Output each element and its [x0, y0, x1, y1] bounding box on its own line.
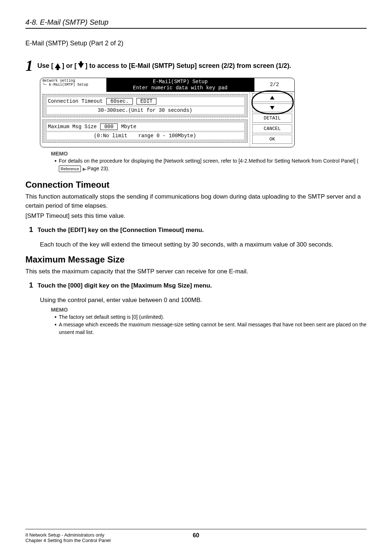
ref-arrows-icon: ▮▸▹ [82, 167, 86, 171]
panel-side: DETAIL CANCEL OK [250, 92, 294, 147]
step-1-row: 1 Use [ ] or [ ] to access to [E-Mail (S… [25, 58, 367, 73]
edit-button[interactable]: EDIT [136, 98, 157, 105]
maxmsg-hint-left: (0:No limit [94, 133, 127, 139]
footer-left-1: II Network Setup - Administrators only [25, 532, 111, 538]
connection-timeout-group: Connection Timeout 60sec. EDIT 30-300sec… [42, 94, 248, 117]
panel-header: Network setting └─ E-Mail(SMTP) Setup E-… [40, 78, 294, 92]
scroll-up-button[interactable] [252, 93, 292, 102]
memo1-b: Page 23). [87, 166, 110, 171]
memo1-a: For details on the procedure for display… [59, 158, 359, 164]
conn-timeout-label: Connection Timeout [48, 98, 103, 104]
panel-header-title: E-Mail(SMTP) Setup Enter numeric data wi… [106, 78, 254, 92]
memo-2: The factory set default setting is [0] (… [54, 313, 367, 336]
maxmsg-hint-right: range 0 - 100Mbyte) [138, 133, 196, 139]
connection-step: 1 Touch the [EDIT] key on the [Connectio… [29, 225, 367, 234]
connection-step-body: Each touch of the key will extend the ti… [40, 240, 367, 249]
memo1-text: For details on the procedure for display… [59, 157, 367, 172]
subtitle: E-Mail (SMTP) Setup (Part 2 of 2) [25, 40, 367, 47]
bullet-icon [54, 313, 57, 321]
maxmsg-step-body: Using the control panel, enter value bet… [40, 296, 367, 305]
maxmsg-unit: Mbyte [121, 124, 136, 130]
arrow-down-icon [270, 106, 274, 110]
hdr-title-1: E-Mail(SMTP) Setup [108, 79, 253, 85]
memo-1: For details on the procedure for display… [54, 157, 367, 172]
maxmsg-heading: Maximum Message Size [25, 254, 367, 265]
maxmsg-step-num: 1 [29, 281, 33, 289]
scroll-down-button[interactable] [252, 103, 292, 112]
arrow-up-icon [55, 63, 61, 68]
step1-post: ] to access to [E-Mail (SMTP) Setup] scr… [85, 62, 291, 70]
hdr-left-line1: Network setting [42, 79, 104, 83]
arrow-down-icon [78, 63, 84, 68]
maxmsg-step: 1 Touch the [000] digit key on the [Maxi… [29, 281, 367, 289]
maxmsg-p1: This sets the maximum capacity that the … [25, 267, 367, 276]
panel-header-left: Network setting └─ E-Mail(SMTP) Setup [40, 78, 106, 92]
connection-p2: [SMTP Timeout] sets this time value. [25, 211, 367, 221]
step-1-text: Use [ ] or [ ] to access to [E-Mail (SMT… [37, 62, 291, 70]
memo-label-2: MEMO [51, 306, 367, 313]
memo2-b1: The factory set default setting is [0] (… [59, 313, 164, 321]
ok-button[interactable]: OK [252, 135, 292, 144]
hdr-title-2: Enter numeric data with key pad [108, 85, 253, 91]
step-number-1: 1 [25, 58, 33, 73]
bullet-icon [54, 321, 57, 336]
footer-left: II Network Setup - Administrators only C… [25, 532, 111, 543]
conn-timeout-value[interactable]: 60sec. [106, 98, 132, 105]
maxmsg-step-title: Touch the [000] digit key on the [Maximu… [37, 281, 212, 289]
connection-p1: This function automatically stops the se… [25, 192, 367, 211]
conn-timeout-hint: 30-300sec.(Unit for 30 seconds) [98, 107, 192, 113]
memo-label-1: MEMO [51, 150, 367, 156]
step1-pre: Use [ [37, 62, 53, 70]
page-footer: II Network Setup - Administrators only C… [25, 529, 367, 543]
detail-button[interactable]: DETAIL [252, 114, 292, 123]
footer-left-2: Chapter 4 Setting from the Control Panel [25, 538, 111, 543]
step1-mid: ] or [ [62, 62, 77, 70]
memo2-b2: A message which exceeds the maximum mess… [59, 321, 367, 336]
max-msg-group: Maximum Msg Size 000 Mbyte (0:No limit r… [42, 119, 248, 143]
reference-badge: Reference [59, 166, 81, 172]
connection-timeout-heading: Connection Timeout [25, 180, 367, 190]
connection-step-num: 1 [29, 225, 33, 234]
arrow-up-icon [270, 96, 274, 99]
bullet-icon [54, 157, 57, 172]
smtp-setup-panel: Network setting └─ E-Mail(SMTP) Setup E-… [40, 78, 295, 147]
connection-step-title: Touch the [EDIT] key on the [Connection … [37, 225, 204, 234]
cancel-button[interactable]: CANCEL [252, 124, 292, 133]
footer-page-number: 60 [193, 532, 199, 539]
hdr-left-line2: └─ E-Mail(SMTP) Setup [42, 83, 104, 87]
maxmsg-value[interactable]: 000 [100, 123, 117, 130]
panel-main: Connection Timeout 60sec. EDIT 30-300sec… [40, 92, 250, 147]
page-indicator: 2/2 [254, 78, 294, 92]
maxmsg-label: Maximum Msg Size [48, 124, 97, 130]
breadcrumb: 4-8. E-Mail (SMTP) Setup [25, 18, 367, 29]
